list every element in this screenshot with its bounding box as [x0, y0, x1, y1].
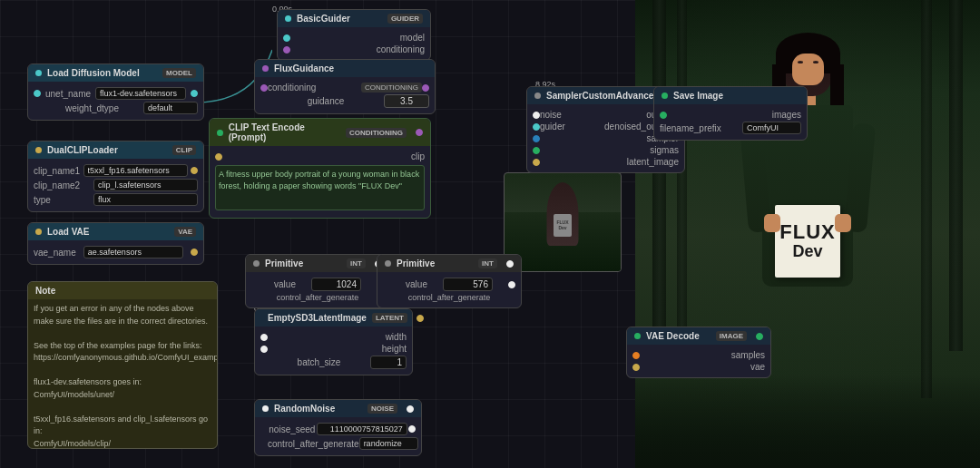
- node-note: Note If you get an error in any of the n…: [27, 281, 218, 449]
- node-dual-clip: DualCLIPLoader CLIP clip_name1 clip_name…: [27, 141, 204, 212]
- node-basic-guider: BasicGuider GUIDER model conditioning: [277, 9, 431, 61]
- node-vae-decode: VAE Decode IMAGE samples vae: [626, 327, 771, 378]
- primitive-height-value[interactable]: [443, 278, 493, 291]
- node-load-vae: Load VAE VAE vae_name: [27, 222, 204, 265]
- node-load-vae-header: Load VAE VAE: [28, 223, 203, 240]
- node-save-image: Save Image images filename_prefix: [653, 86, 808, 141]
- note-content: If you get an error in any of the nodes …: [28, 299, 217, 449]
- output-image-render: FLUX Dev: [635, 0, 980, 468]
- node-save-image-header: Save Image: [654, 87, 807, 104]
- node-primitive-height-header: Primitive INT: [377, 255, 521, 272]
- node-clip-text: CLIP Text Encode (Prompt) CONDITIONING c…: [209, 118, 431, 219]
- node-load-diffusion: Load Diffusion Model MODEL unet_name wei…: [27, 63, 204, 121]
- node-flux-guidance-header: FluxGuidance: [255, 60, 435, 77]
- output-image-panel: FLUX Dev: [635, 0, 980, 468]
- clip-name2-input[interactable]: [93, 179, 198, 191]
- weight-dtype-input[interactable]: [143, 102, 198, 114]
- filename-prefix-input[interactable]: [742, 122, 801, 134]
- node-clip-text-header: CLIP Text Encode (Prompt) CONDITIONING: [210, 119, 430, 146]
- node-random-noise: RandomNoise NOISE noise_seed control_aft…: [254, 399, 422, 456]
- node-note-header: Note: [28, 282, 217, 299]
- unet-name-input[interactable]: [95, 87, 186, 100]
- node-empty-latent-header: EmptySD3LatentImage LATENT: [255, 309, 412, 327]
- node-load-diffusion-header: Load Diffusion Model MODEL: [28, 64, 203, 82]
- vae-name-input[interactable]: [83, 246, 183, 258]
- node-primitive-width-header: Primitive INT: [246, 255, 389, 272]
- control-after-generate-input[interactable]: [359, 437, 418, 450]
- noise-seed-input[interactable]: [317, 423, 407, 435]
- primitive-width-value[interactable]: [311, 278, 361, 291]
- node-flux-guidance: FluxGuidance conditioning CONDITIONING g…: [254, 59, 436, 114]
- clip-name1-input[interactable]: [83, 164, 188, 177]
- batch-size-input[interactable]: [370, 356, 407, 369]
- clip-text-content[interactable]: A fitness upper body portrait of a young…: [215, 165, 425, 210]
- node-vae-decode-header: VAE Decode IMAGE: [627, 327, 770, 345]
- node-primitive-height: Primitive INT value control_after_genera…: [377, 254, 522, 308]
- node-primitive-width: Primitive INT value control_after_genera…: [245, 254, 390, 308]
- node-basic-guider-header: BasicGuider GUIDER: [278, 10, 430, 27]
- node-empty-latent: EmptySD3LatentImage LATENT width height …: [254, 308, 413, 375]
- guidance-input[interactable]: [384, 94, 429, 108]
- node-dual-clip-header: DualCLIPLoader CLIP: [28, 141, 203, 159]
- type-input[interactable]: [93, 193, 198, 206]
- node-random-noise-header: RandomNoise NOISE: [255, 400, 421, 417]
